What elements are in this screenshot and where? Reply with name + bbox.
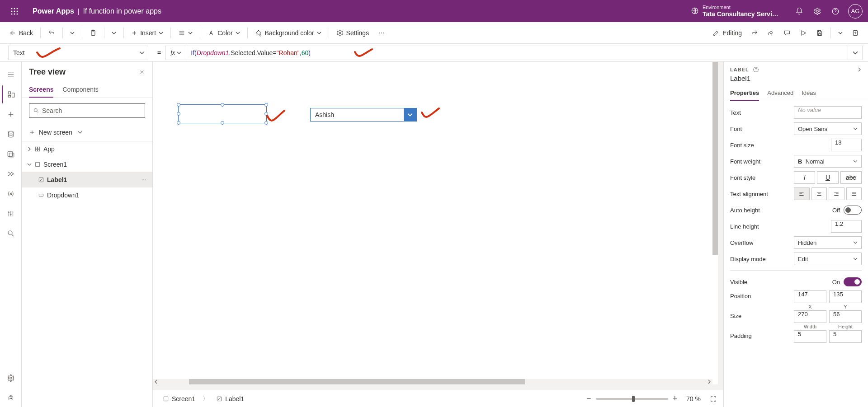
insert-button[interactable]: Insert (127, 26, 167, 40)
prop-padbottom-input[interactable]: 5 (829, 330, 862, 343)
media-icon[interactable] (2, 145, 20, 163)
bg-color-button[interactable]: Background color (251, 26, 325, 40)
tree-node-app[interactable]: App (22, 141, 152, 157)
editing-mode-button[interactable]: Editing (709, 26, 745, 40)
font-color-button[interactable]: Color (204, 26, 243, 40)
selected-label-control[interactable] (178, 104, 267, 123)
tab-components[interactable]: Components (62, 82, 98, 98)
settings-button[interactable]: Settings (333, 26, 373, 40)
zoom-in-button[interactable]: + (673, 394, 678, 403)
share-button[interactable] (747, 26, 762, 40)
prop-lineheight-input[interactable]: 1.2 (831, 220, 862, 233)
tab-properties[interactable]: Properties (730, 86, 759, 101)
breadcrumb-control[interactable]: Label1 (212, 393, 248, 404)
settings-icon[interactable] (808, 2, 826, 20)
node-more-icon[interactable] (141, 177, 147, 183)
menu-mode-button[interactable] (175, 26, 196, 40)
prop-text-input[interactable]: No value (794, 106, 862, 119)
zoom-slider[interactable] (596, 398, 668, 400)
insert-rail-icon[interactable] (2, 105, 20, 123)
tree-node-label1[interactable]: Label1 (22, 172, 152, 187)
environment-picker[interactable]: Environment Tata Consultancy Servic... (691, 5, 779, 18)
prop-font-dropdown[interactable]: Open Sans (794, 122, 862, 135)
dropdown-chevron-icon[interactable] (404, 108, 416, 121)
svg-point-3 (11, 10, 13, 12)
variables-icon[interactable] (2, 185, 20, 203)
svg-rect-20 (8, 95, 10, 97)
prop-width-input[interactable]: 270 (794, 310, 826, 323)
design-canvas[interactable]: Ashish (153, 62, 718, 384)
prop-autoheight-toggle[interactable] (844, 206, 862, 215)
prop-fontweight-dropdown[interactable]: B Normal (794, 155, 862, 168)
data-icon[interactable] (2, 125, 20, 143)
notifications-icon[interactable] (790, 2, 808, 20)
underline-button[interactable]: U (817, 171, 838, 184)
formula-input[interactable]: If(Dropdown1.Selected.Value="Rohan", 60) (186, 46, 848, 60)
align-center-button[interactable] (811, 187, 827, 200)
prop-y-input[interactable]: 135 (829, 290, 862, 303)
horizontal-scrollbar[interactable] (189, 379, 525, 384)
fit-to-window-button[interactable] (710, 395, 717, 402)
expand-formula-button[interactable] (848, 46, 863, 60)
scroll-left-icon[interactable] (154, 379, 158, 384)
align-left-button[interactable] (794, 187, 810, 200)
power-automate-icon[interactable] (2, 165, 20, 183)
prop-displaymode-dropdown[interactable]: Edit (794, 253, 862, 265)
new-screen-button[interactable]: New screen (22, 123, 152, 141)
property-dropdown[interactable]: Text (8, 46, 148, 60)
search-rail-icon[interactable] (2, 225, 20, 243)
breadcrumb-screen[interactable]: Screen1 (159, 393, 199, 404)
undo-menu[interactable] (66, 26, 78, 40)
svg-point-10 (816, 10, 819, 12)
settings-rail-icon[interactable] (2, 369, 20, 387)
prop-padtop-input[interactable]: 5 (794, 330, 826, 343)
app-checker-button[interactable] (764, 26, 778, 40)
tree-search-input[interactable]: Search (29, 103, 145, 118)
waffle-icon[interactable] (5, 2, 24, 20)
close-tree-icon[interactable] (139, 69, 145, 75)
prop-overflow-dropdown[interactable]: Hidden (794, 236, 862, 249)
more-commands[interactable] (374, 26, 389, 40)
fx-button[interactable]: fx (165, 46, 186, 60)
publish-button[interactable] (848, 26, 863, 40)
comments-button[interactable] (780, 26, 794, 40)
prop-fontsize-input[interactable]: 13 (831, 139, 862, 151)
back-button[interactable]: Back (5, 26, 37, 40)
advanced-tools-icon[interactable] (2, 205, 20, 223)
tree-node-screen1[interactable]: Screen1 (22, 157, 152, 172)
align-right-button[interactable] (829, 187, 844, 200)
zoom-out-button[interactable]: − (586, 394, 591, 403)
align-justify-button[interactable] (846, 187, 862, 200)
tab-screens[interactable]: Screens (29, 82, 53, 98)
undo-button[interactable] (44, 26, 59, 40)
svg-point-2 (17, 8, 18, 9)
dropdown-control[interactable]: Ashish (310, 108, 417, 122)
virtual-agent-icon[interactable] (2, 389, 20, 407)
preview-button[interactable] (796, 26, 811, 40)
user-avatar[interactable]: AG (848, 4, 863, 19)
paste-menu[interactable] (108, 26, 120, 40)
horizontal-scrollbar-track[interactable] (153, 379, 712, 384)
info-icon[interactable] (753, 66, 759, 73)
prop-x-input[interactable]: 147 (794, 290, 826, 303)
help-icon[interactable] (826, 2, 844, 20)
prop-height-input[interactable]: 56 (829, 310, 862, 323)
document-title[interactable]: If function in power apps (83, 7, 161, 15)
vertical-scrollbar[interactable] (712, 62, 718, 255)
scroll-right-icon[interactable] (707, 379, 712, 384)
collapse-panel-icon[interactable] (857, 67, 862, 72)
paste-button[interactable] (86, 26, 100, 40)
bgcolor-label: Background color (265, 29, 314, 37)
tree-view-icon[interactable] (2, 85, 20, 103)
italic-button[interactable]: I (794, 171, 815, 184)
save-menu[interactable] (835, 26, 846, 40)
prop-visible-toggle[interactable] (844, 277, 862, 286)
control-name[interactable]: Label1 (724, 75, 868, 86)
save-button[interactable] (812, 26, 827, 40)
tab-ideas[interactable]: Ideas (802, 86, 816, 101)
hamburger-icon[interactable] (2, 65, 20, 84)
tab-advanced[interactable]: Advanced (767, 86, 793, 101)
tree-node-dropdown1[interactable]: Dropdown1 (22, 187, 152, 203)
dropdown-icon (38, 192, 44, 198)
strikethrough-button[interactable]: abc (840, 171, 862, 184)
